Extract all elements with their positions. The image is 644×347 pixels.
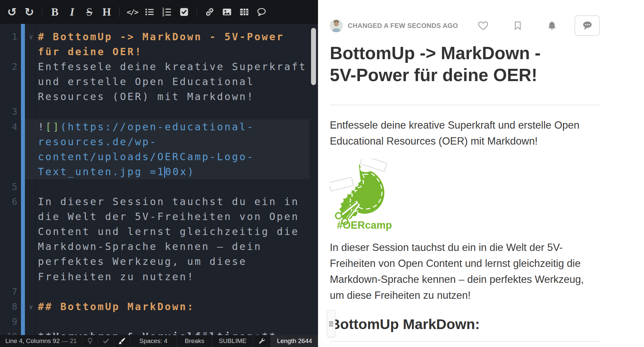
code-text: Entfessele deine kreative Superkraft bbox=[38, 59, 307, 74]
code-line[interactable]: content/uploads/OERCamp-Logo- bbox=[0, 149, 318, 164]
section-divider bbox=[330, 341, 600, 342]
table-icon bbox=[239, 7, 249, 17]
code-text: **Verwahren & Vervielfältigen:** bbox=[38, 329, 277, 335]
code-line[interactable]: 6In dieser Session tauchst du ein in bbox=[0, 194, 318, 209]
ordered-list-icon: 1 2 3 bbox=[162, 7, 172, 17]
line-number: 7 bbox=[0, 284, 17, 299]
code-line[interactable]: 7 bbox=[0, 284, 318, 299]
check-icon bbox=[102, 337, 110, 345]
code-text: die Welt der 5V-Freiheiten von Open bbox=[38, 209, 299, 224]
table-button[interactable] bbox=[237, 4, 252, 20]
checklist-button[interactable] bbox=[176, 4, 192, 20]
unordered-list-icon bbox=[145, 7, 155, 17]
heart-icon bbox=[478, 20, 489, 31]
split-drag-handle[interactable] bbox=[327, 310, 335, 337]
svg-text:3: 3 bbox=[162, 13, 164, 17]
preferences-button[interactable] bbox=[253, 335, 271, 347]
indent-setting[interactable]: Spaces: 4 bbox=[130, 335, 177, 347]
editor-scrollbar[interactable] bbox=[311, 28, 316, 85]
line-number: 4 bbox=[0, 119, 17, 134]
toolbar-separator bbox=[197, 7, 197, 17]
like-button[interactable] bbox=[478, 20, 489, 31]
line-number: 6 bbox=[0, 194, 17, 209]
section-heading: BottomUp MarkDown: bbox=[330, 316, 600, 332]
code-line[interactable]: 10**Verwahren & Vervielfältigen:** bbox=[0, 329, 318, 335]
code-text: und erstelle Open Educational bbox=[38, 74, 254, 89]
linebreak-setting[interactable]: Breaks bbox=[177, 335, 212, 347]
comment-bubble-icon bbox=[582, 20, 593, 31]
code-line[interactable]: und erstelle Open Educational bbox=[0, 74, 318, 89]
code-text: für deine OER! bbox=[38, 44, 142, 59]
night-mode-toggle[interactable] bbox=[82, 335, 98, 347]
code-line[interactable]: perfektes Werkzeug, um diese bbox=[0, 254, 318, 269]
theme-brush-button[interactable] bbox=[114, 335, 130, 347]
comment-icon bbox=[257, 7, 267, 17]
code-editor[interactable]: 1∨# BottomUp -> MarkDown - 5V-Powerfür d… bbox=[0, 24, 318, 335]
line-number: 2 bbox=[0, 59, 17, 74]
code-text: # BottomUp -> MarkDown - 5V-Power bbox=[38, 29, 284, 44]
fold-chevron-icon[interactable]: ∨ bbox=[27, 29, 35, 44]
code-text: Text_unten.jpg =100x) bbox=[38, 164, 195, 179]
code-line[interactable]: 9 bbox=[0, 314, 318, 329]
image-button[interactable] bbox=[219, 4, 235, 20]
undo-button[interactable]: ↺ bbox=[4, 4, 20, 20]
redo-button[interactable]: ↻ bbox=[22, 4, 37, 20]
image-icon bbox=[222, 7, 232, 17]
line-number: 3 bbox=[0, 104, 17, 119]
code-lines: 1∨# BottomUp -> MarkDown - 5V-Powerfür d… bbox=[0, 29, 318, 335]
fold-chevron-icon[interactable]: ∨ bbox=[27, 299, 35, 314]
code-text: ![](https://open-educational- bbox=[38, 119, 254, 134]
code-line[interactable]: 4![](https://open-educational- bbox=[0, 119, 318, 134]
open-comments-button[interactable] bbox=[575, 15, 600, 36]
code-text: content/uploads/OERCamp-Logo- bbox=[38, 149, 254, 164]
code-text: Content und lernst gleichzeitig die bbox=[38, 224, 299, 239]
code-line[interactable]: Freiheiten zu nutzen! bbox=[0, 269, 318, 284]
ordered-list-button[interactable]: 1 2 3 bbox=[159, 4, 174, 20]
grip-icon bbox=[329, 320, 333, 327]
keymap-setting[interactable]: SUBLIME bbox=[212, 335, 253, 347]
code-line[interactable]: 1∨# BottomUp -> MarkDown - 5V-Power bbox=[0, 29, 318, 44]
code-text: ## BottomUp MarkDown: bbox=[38, 299, 195, 314]
notifications-button[interactable] bbox=[547, 20, 557, 31]
code-text: perfektes Werkzeug, um diese bbox=[38, 254, 247, 269]
link-icon bbox=[205, 7, 215, 17]
line-number: 8 bbox=[0, 299, 17, 314]
code-line[interactable]: für deine OER! bbox=[0, 44, 318, 59]
code-line[interactable]: die Welt der 5V-Freiheiten von Open bbox=[0, 209, 318, 224]
italic-button[interactable]: I bbox=[64, 4, 80, 20]
link-button[interactable] bbox=[202, 4, 217, 20]
avatar-photo bbox=[330, 19, 343, 32]
line-number: 5 bbox=[0, 179, 17, 194]
document-length: Length 2644 bbox=[271, 335, 318, 347]
app-window: ↺ ↻ B I S H </> 1 2 3 bbox=[0, 0, 644, 347]
code-line[interactable]: 3 bbox=[0, 104, 318, 119]
preview-pane: CHANGED A FEW SECONDS AGO bbox=[318, 0, 644, 347]
preview-actions bbox=[478, 15, 600, 36]
code-line[interactable]: Text_unten.jpg =100x) bbox=[0, 164, 318, 179]
line-number: 9 bbox=[0, 314, 17, 329]
wrench-icon bbox=[258, 337, 266, 345]
code-text: resources.de/wp- bbox=[38, 134, 157, 149]
bold-button[interactable]: B bbox=[47, 4, 62, 20]
code-line[interactable]: 2Entfessele deine kreative Superkraft bbox=[0, 59, 318, 74]
spellcheck-toggle[interactable] bbox=[98, 335, 114, 347]
avatar[interactable] bbox=[330, 19, 343, 32]
code-line[interactable]: Resources (OER) mit Markdown! bbox=[0, 89, 318, 104]
heading-button[interactable]: H bbox=[99, 4, 114, 20]
paintbrush-icon bbox=[118, 337, 126, 345]
code-line[interactable]: 8∨## BottomUp MarkDown: bbox=[0, 299, 318, 314]
code-text: Markdown-Sprache kennen – dein bbox=[38, 239, 262, 254]
code-line[interactable]: Content und lernst gleichzeitig die bbox=[0, 224, 318, 239]
code-line[interactable]: Markdown-Sprache kennen – dein bbox=[0, 239, 318, 254]
bookmark-icon bbox=[513, 20, 523, 31]
code-text: Freiheiten zu nutzen! bbox=[38, 269, 195, 284]
comment-button[interactable] bbox=[254, 4, 269, 20]
code-text: Resources (OER) mit Markdown! bbox=[38, 89, 254, 104]
code-line[interactable]: 5 bbox=[0, 179, 318, 194]
cursor-position: Line 4, Columns 92 — 21 bbox=[0, 335, 82, 347]
bookmark-button[interactable] bbox=[513, 20, 523, 31]
code-button[interactable]: </> bbox=[125, 4, 140, 20]
strikethrough-button[interactable]: S bbox=[82, 4, 97, 20]
unordered-list-button[interactable] bbox=[142, 4, 157, 20]
code-line[interactable]: resources.de/wp- bbox=[0, 134, 318, 149]
